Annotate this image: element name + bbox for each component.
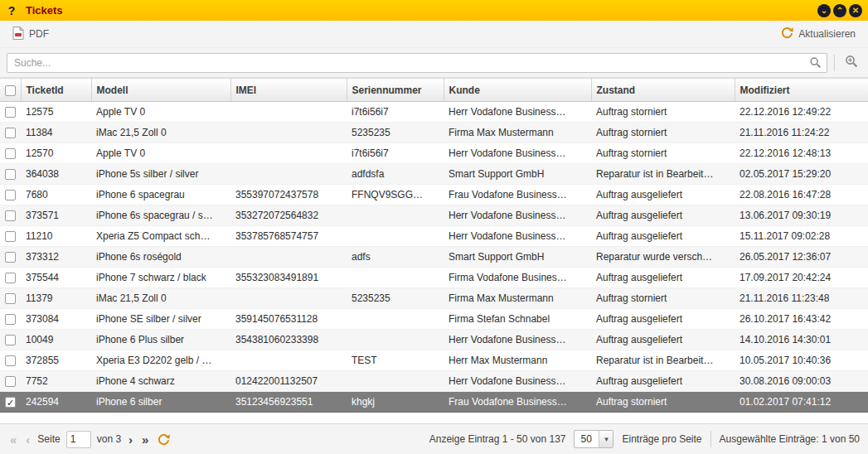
select-all-checkbox[interactable]	[5, 85, 16, 96]
reload-icon[interactable]	[156, 432, 172, 447]
cell-modell: iPhone 6 Plus silber	[91, 330, 230, 350]
first-page-icon[interactable]: «	[8, 433, 18, 446]
per-page-label: Einträge pro Seite	[622, 433, 701, 445]
help-icon[interactable]: ?	[6, 4, 17, 17]
collapse-icon[interactable]: ⌄	[817, 4, 831, 17]
footer-separator	[710, 431, 711, 447]
cell-ticket_id: 10049	[21, 330, 91, 350]
table-row[interactable]: 7680iPhone 6 spacegrau355397072437578FFN…	[0, 185, 868, 205]
row-checkbox-cell	[0, 247, 21, 268]
table-row[interactable]: 372855Xperia E3 D2202 gelb / …TESTHerr M…	[0, 350, 868, 371]
cell-zustand: Auftrag ausgeliefert	[591, 268, 735, 288]
table-row[interactable]: 373571iPhone 6s spacegrau / s…3532720725…	[0, 205, 868, 226]
cell-modell: Xperia Z5 Compact sch…	[91, 226, 230, 247]
row-checkbox[interactable]	[5, 314, 16, 325]
refresh-icon	[781, 27, 793, 41]
search-icon[interactable]	[809, 56, 822, 71]
cell-imei: 359145076531128	[230, 309, 347, 330]
row-checkbox[interactable]	[5, 335, 16, 345]
cell-seriennummer: adfdsfa	[347, 164, 444, 185]
row-checkbox[interactable]	[5, 376, 16, 387]
row-checkbox[interactable]	[5, 107, 16, 118]
row-checkbox-cell	[0, 123, 21, 143]
cell-seriennummer: i7t6i56i7	[347, 143, 444, 164]
table-row[interactable]: 373084iPhone SE silber / silver359145076…	[0, 309, 868, 330]
cell-ticket_id: 7680	[21, 185, 91, 205]
column-header-modell[interactable]: Modell	[91, 79, 230, 102]
cell-kunde: Smart Support GmbH	[444, 247, 591, 268]
prev-page-icon[interactable]: ‹	[24, 433, 32, 446]
cell-zustand: Reparatur wurde versch…	[591, 247, 735, 268]
search-input[interactable]	[7, 53, 827, 73]
cell-imei	[230, 143, 347, 164]
row-checkbox-cell	[0, 102, 21, 123]
cell-modell: iPhone 5s silber / silver	[91, 164, 230, 185]
table-row[interactable]: 11379iMac 21,5 Zoll 05235235Firma Max Mu…	[0, 288, 868, 309]
cell-ticket_id: 11379	[21, 288, 91, 309]
column-header-imei[interactable]: IMEI	[230, 79, 347, 102]
last-page-icon[interactable]: »	[140, 433, 150, 446]
tickets-window: ? Tickets ⌄ ⌃ ✕ PDF Aktualisieren	[0, 0, 868, 454]
row-checkbox[interactable]	[5, 128, 16, 138]
close-icon[interactable]: ✕	[849, 4, 862, 17]
table-row[interactable]: 12570Apple TV 0i7t6i56i7Herr Vodafone Bu…	[0, 143, 868, 164]
cell-imei: 35123456923551	[230, 392, 347, 413]
row-checkbox[interactable]	[5, 273, 16, 283]
table-row[interactable]: 7752iPhone 4 schwarz012422001132507Herr …	[0, 371, 868, 392]
cell-zustand: Auftrag storniert	[591, 392, 735, 413]
chevron-down-icon[interactable]: ▾	[599, 431, 613, 447]
cell-ticket_id: 242594	[21, 392, 91, 413]
column-header-modifiziert[interactable]: Modifiziert	[735, 79, 868, 102]
row-checkbox[interactable]	[5, 293, 16, 304]
table-row[interactable]: 11210Xperia Z5 Compact sch…3537857685747…	[0, 226, 868, 247]
pdf-button[interactable]: PDF	[7, 24, 55, 45]
page-label: Seite	[37, 433, 60, 445]
search-bar	[0, 48, 868, 78]
row-checkbox[interactable]: ✓	[5, 397, 16, 408]
cell-modell: iPhone 6s roségold	[91, 247, 230, 268]
table-row[interactable]: 375544iPhone 7 schwarz / black3553230834…	[0, 268, 868, 288]
cell-seriennummer	[347, 371, 444, 392]
row-checkbox[interactable]	[5, 190, 16, 200]
advanced-search-icon[interactable]	[841, 53, 861, 72]
window-controls: ⌄ ⌃ ✕	[817, 4, 862, 17]
cell-ticket_id: 373084	[21, 309, 91, 330]
cell-modell: Apple TV 0	[91, 143, 230, 164]
cell-imei	[230, 123, 347, 143]
table-row[interactable]: 373312iPhone 6s roségoldadfsSmart Suppor…	[0, 247, 868, 268]
cell-ticket_id: 7752	[21, 371, 91, 392]
row-checkbox[interactable]	[5, 210, 16, 221]
row-checkbox[interactable]	[5, 148, 16, 159]
cell-kunde: Herr Vodafone Business…	[444, 102, 591, 123]
table-row[interactable]: 11384iMac 21,5 Zoll 05235235Firma Max Mu…	[0, 123, 868, 143]
column-header-seriennummer[interactable]: Seriennummer	[347, 79, 444, 102]
row-checkbox[interactable]	[5, 169, 16, 180]
expand-icon[interactable]: ⌃	[833, 4, 846, 17]
refresh-button[interactable]: Aktualisieren	[775, 24, 861, 44]
next-page-icon[interactable]: ›	[127, 433, 134, 446]
row-checkbox[interactable]	[5, 231, 16, 242]
toolbar: PDF Aktualisieren	[0, 21, 868, 48]
cell-seriennummer	[347, 226, 444, 247]
row-checkbox[interactable]	[5, 355, 16, 366]
row-checkbox-cell	[0, 309, 21, 330]
table-row[interactable]: ✓242594iPhone 6 silber35123456923551khgk…	[0, 392, 868, 413]
cell-kunde: Herr Vodafone Business…	[444, 330, 591, 350]
table-row[interactable]: 364038iPhone 5s silber / silveradfdsfaSm…	[0, 164, 868, 185]
cell-modifiziert: 14.10.2016 14:30:01	[735, 330, 868, 350]
cell-modell: iMac 21,5 Zoll 0	[91, 288, 230, 309]
column-header-zustand[interactable]: Zustand	[591, 79, 735, 102]
column-header-kunde[interactable]: Kunde	[444, 79, 591, 102]
page-size-select[interactable]: 50 ▾	[574, 430, 613, 448]
page-number-input[interactable]	[66, 431, 91, 448]
table-row[interactable]: 12575Apple TV 0i7t6i56i7Herr Vodafone Bu…	[0, 102, 868, 123]
cell-seriennummer	[347, 268, 444, 288]
paging-info-group: Anzeige Eintrag 1 - 50 von 137 50 ▾ Eint…	[429, 430, 860, 448]
cell-zustand: Auftrag storniert	[591, 143, 735, 164]
column-header-ticketid[interactable]: TicketId	[21, 79, 91, 102]
row-checkbox-cell	[0, 268, 21, 288]
table-row[interactable]: 10049iPhone 6 Plus silber354381060233398…	[0, 330, 868, 350]
cell-imei	[230, 288, 347, 309]
table-body: 12575Apple TV 0i7t6i56i7Herr Vodafone Bu…	[0, 102, 868, 413]
row-checkbox[interactable]	[5, 252, 16, 263]
